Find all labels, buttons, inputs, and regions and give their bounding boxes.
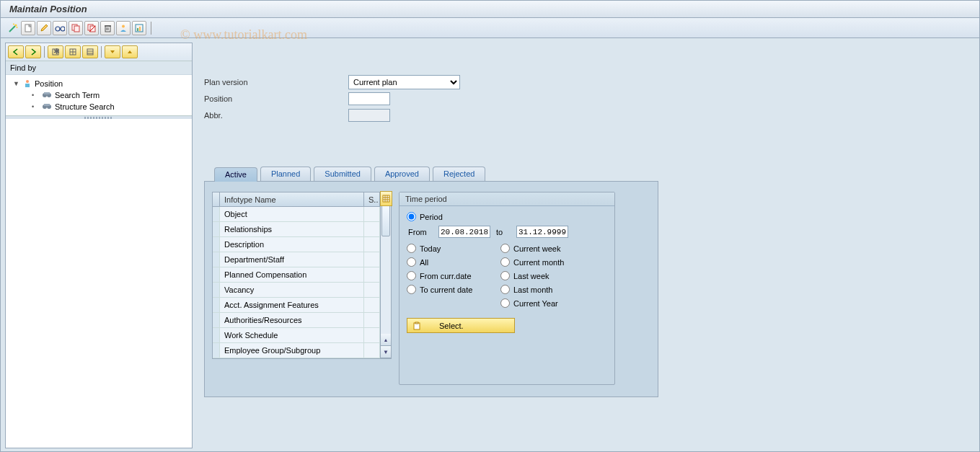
tab-submitted[interactable]: Submitted [314, 167, 371, 181]
copy-icon[interactable] [69, 21, 83, 35]
radio-all[interactable]: All [407, 257, 500, 267]
tree-label: Search Term [55, 91, 100, 99]
tab-body: Infotype Name S.. Object Relationships D… [204, 181, 658, 397]
svg-rect-30 [25, 84, 30, 87]
row-selector-header [213, 192, 220, 207]
plan-version-select[interactable]: Current plan [348, 75, 460, 89]
glasses-icon[interactable] [53, 21, 67, 35]
infotype-block: Infotype Name S.. Object Relationships D… [212, 192, 392, 385]
table-row[interactable]: Description [220, 237, 364, 252]
radio-last-week[interactable]: Last week [500, 271, 601, 280]
tab-rejected[interactable]: Rejected [433, 167, 485, 181]
row-selector[interactable] [213, 267, 220, 283]
table-scrollbar[interactable]: ▲ ▲ ▼ [381, 192, 392, 359]
nav-tool3-icon[interactable] [82, 45, 98, 58]
overview-icon[interactable] [132, 21, 146, 35]
expand-icon[interactable]: ▼ [13, 80, 20, 87]
select-button[interactable]: Select. [407, 318, 515, 333]
tree-node-structure-search[interactable]: • Structure Search [7, 101, 190, 112]
tree-label: Position [35, 79, 63, 88]
radio-current-month[interactable]: Current month [500, 257, 601, 267]
svg-point-6 [61, 27, 65, 31]
row-selector[interactable] [213, 343, 220, 358]
radio-to-current-date[interactable]: To current date [407, 285, 500, 294]
svg-text:✱: ✱ [53, 48, 59, 56]
svg-point-2 [13, 23, 14, 25]
scroll-thumb[interactable] [381, 205, 390, 236]
row-selector[interactable] [213, 222, 220, 237]
to-date-input[interactable] [516, 226, 568, 238]
delimit-icon[interactable] [84, 21, 99, 35]
binoculars-icon [42, 91, 52, 99]
status-cell [364, 267, 380, 283]
infotype-table: Infotype Name S.. Object Relationships D… [212, 192, 381, 359]
object-tree: ▼ Position • Search Term • Structure Sea… [6, 75, 192, 116]
tab-active[interactable]: Active [214, 167, 257, 182]
table-settings-icon [382, 195, 390, 203]
nav-forward-icon[interactable] [25, 45, 41, 58]
nav-up-icon[interactable] [122, 45, 138, 58]
person-icon[interactable] [116, 21, 131, 35]
from-label: From [408, 228, 433, 236]
radio-today[interactable]: Today [407, 244, 500, 253]
edit-icon[interactable] [37, 21, 51, 35]
row-selector[interactable] [213, 298, 220, 313]
time-period-title: Time period [399, 192, 614, 206]
tree-node-position[interactable]: ▼ Position [7, 78, 190, 89]
table-row[interactable]: Acct. Assignment Features [220, 298, 364, 313]
table-row[interactable]: Authorities/Resources [220, 313, 364, 328]
table-row[interactable]: Planned Compensation [220, 267, 364, 283]
binoculars-icon [42, 102, 52, 111]
delete-icon[interactable] [100, 21, 115, 35]
row-selector[interactable] [213, 313, 220, 328]
scroll-down-icon[interactable]: ▼ [381, 346, 391, 358]
tree-label: Structure Search [55, 102, 115, 111]
table-config-button[interactable] [380, 191, 392, 206]
new-icon[interactable] [21, 21, 35, 35]
nav-tool1-icon[interactable]: ✱ [48, 45, 63, 58]
col-status[interactable]: S.. [364, 192, 380, 207]
radio-current-week[interactable]: Current week [500, 244, 601, 253]
radio-last-month[interactable]: Last month [500, 285, 601, 294]
table-row[interactable]: Vacancy [220, 283, 364, 298]
row-selector[interactable] [213, 283, 220, 298]
wand-icon[interactable] [6, 21, 19, 35]
table-row[interactable]: Department/Staff [220, 252, 364, 267]
svg-point-5 [56, 27, 60, 31]
page-title: Maintain Position [9, 4, 87, 14]
bullet-icon: • [32, 92, 39, 99]
status-cell [364, 313, 380, 328]
row-selector[interactable] [213, 252, 220, 267]
radio-period[interactable]: Period [407, 212, 607, 221]
svg-point-29 [26, 80, 29, 83]
status-cell [364, 298, 380, 313]
status-cell [364, 328, 380, 343]
table-row[interactable]: Employee Group/Subgroup [220, 343, 364, 358]
table-row[interactable]: Relationships [220, 222, 364, 237]
scroll-small-up-icon[interactable]: ▲ [381, 334, 391, 346]
time-period-box: Time period Period From to Today Current… [399, 192, 615, 385]
nav-tool2-icon[interactable] [65, 45, 81, 58]
svg-line-0 [9, 26, 15, 32]
row-selector[interactable] [213, 237, 220, 252]
radio-from-curr-date[interactable]: From curr.date [407, 271, 500, 280]
nav-back-icon[interactable] [8, 45, 24, 58]
tab-approved[interactable]: Approved [374, 167, 430, 181]
svg-point-17 [122, 25, 125, 27]
svg-rect-36 [44, 104, 50, 106]
from-date-input[interactable] [438, 226, 490, 238]
row-selector[interactable] [213, 328, 220, 343]
scroll-track[interactable] [381, 205, 391, 334]
table-row[interactable]: Object [220, 207, 364, 222]
table-row[interactable]: Work Schedule [220, 328, 364, 343]
radio-current-year[interactable]: Current Year [500, 298, 601, 308]
status-cell [364, 252, 380, 267]
tab-planned[interactable]: Planned [260, 167, 311, 181]
svg-point-3 [17, 27, 18, 28]
position-input[interactable] [348, 92, 390, 105]
col-infotype-name[interactable]: Infotype Name [220, 192, 364, 207]
abbr-label: Abbr. [204, 111, 348, 120]
nav-down-icon[interactable] [105, 45, 120, 58]
row-selector[interactable] [213, 207, 220, 222]
tree-node-search-term[interactable]: • Search Term [7, 89, 190, 101]
